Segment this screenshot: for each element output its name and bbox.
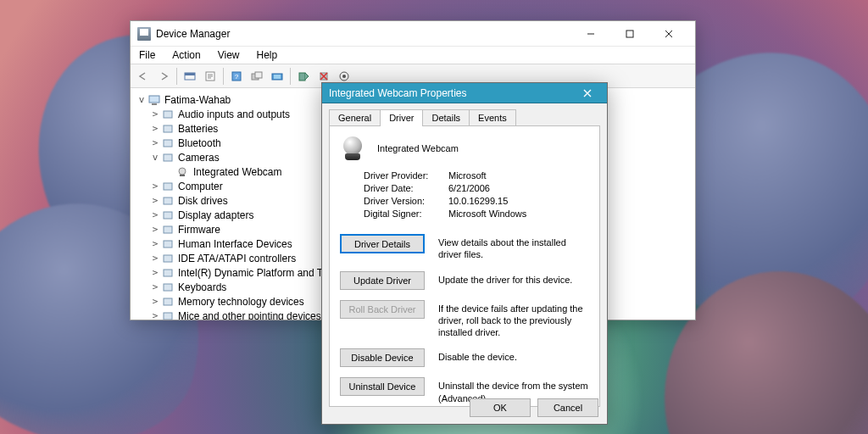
- help-button[interactable]: ?: [227, 67, 246, 86]
- update-driver-desc: Update the driver for this device.: [438, 271, 589, 286]
- menu-help[interactable]: Help: [253, 48, 281, 62]
- tree-item-label: Mice and other pointing devices: [178, 310, 321, 320]
- disable-device-desc: Disable the device.: [438, 348, 589, 363]
- menu-action[interactable]: Action: [169, 48, 203, 62]
- svg-rect-7: [255, 72, 262, 78]
- tab-details[interactable]: Details: [422, 109, 470, 126]
- webcam-icon: [176, 165, 190, 179]
- svg-rect-9: [274, 75, 281, 79]
- tree-item-label: Computer: [178, 181, 223, 192]
- tab-driver[interactable]: Driver: [380, 109, 423, 126]
- tree-item-label: Keyboards: [178, 281, 226, 293]
- driver-details-button[interactable]: Driver Details: [340, 234, 425, 253]
- date-value: 6/21/2006: [448, 183, 589, 193]
- svg-point-20: [179, 168, 186, 175]
- category-icon: [161, 295, 175, 309]
- category-icon: [161, 252, 175, 265]
- tree-item-label: Firmware: [178, 224, 220, 236]
- svg-text:?: ?: [235, 73, 239, 81]
- minimize-button[interactable]: [571, 21, 610, 47]
- svg-rect-23: [164, 198, 172, 204]
- update-driver-button[interactable]: Update Driver: [340, 271, 425, 290]
- tree-root-label: Fatima-Wahab: [164, 94, 231, 106]
- category-icon: [161, 108, 175, 121]
- computer-icon: [147, 93, 161, 107]
- category-icon: [161, 194, 175, 208]
- svg-rect-2: [185, 73, 195, 75]
- svg-rect-10: [299, 73, 305, 81]
- date-label: Driver Date:: [364, 183, 448, 193]
- uninstall-device-button[interactable]: Uninstall Device: [340, 377, 425, 396]
- tree-item-label: Bluetooth: [178, 137, 221, 149]
- tree-item-label: Audio inputs and outputs: [178, 108, 290, 120]
- provider-value: Microsoft: [448, 170, 589, 181]
- svg-rect-31: [164, 313, 172, 320]
- svg-rect-30: [164, 298, 172, 305]
- tree-item-label: Batteries: [178, 123, 218, 135]
- tree-item-label: IDE ATA/ATAPI controllers: [178, 253, 296, 264]
- disable-device-button[interactable]: Disable Device: [340, 348, 425, 367]
- webcam-icon: [340, 135, 367, 162]
- category-icon: [161, 266, 175, 280]
- device-name: Integrated Webcam: [377, 143, 459, 153]
- provider-label: Driver Provider:: [364, 170, 448, 181]
- dialog-titlebar[interactable]: Integrated Webcam Properties: [322, 83, 607, 103]
- tree-item-label: Display adapters: [178, 209, 253, 221]
- rollback-driver-button: Roll Back Driver: [340, 300, 425, 319]
- svg-rect-25: [164, 226, 172, 233]
- svg-rect-0: [626, 31, 633, 37]
- svg-point-13: [342, 75, 346, 78]
- tab-general[interactable]: General: [329, 109, 381, 126]
- cancel-button[interactable]: Cancel: [537, 398, 598, 417]
- driver-details-desc: View details about the installed driver …: [438, 234, 589, 261]
- rollback-driver-desc: If the device fails after updating the d…: [438, 300, 589, 339]
- tree-item-label: Integrated Webcam: [193, 166, 282, 178]
- scan-button[interactable]: [248, 67, 266, 86]
- svg-rect-21: [180, 175, 185, 176]
- update-driver-toolbar-button[interactable]: [268, 67, 287, 86]
- svg-rect-28: [164, 270, 172, 276]
- svg-rect-27: [164, 255, 172, 262]
- properties-dialog: Integrated Webcam Properties General Dri…: [321, 82, 608, 425]
- close-button[interactable]: [649, 21, 688, 47]
- show-hidden-button[interactable]: [181, 67, 199, 86]
- category-icon: [161, 209, 175, 222]
- forward-button[interactable]: [154, 67, 173, 86]
- svg-rect-18: [164, 140, 172, 147]
- properties-button[interactable]: [201, 67, 220, 86]
- maximize-button[interactable]: [610, 21, 649, 47]
- svg-rect-17: [164, 125, 172, 132]
- category-icon: [161, 223, 175, 236]
- menu-bar: File Action View Help: [131, 47, 695, 64]
- tree-item-label: Cameras: [178, 152, 220, 164]
- category-icon: [161, 237, 175, 251]
- category-icon: [161, 136, 175, 150]
- category-icon: [161, 122, 175, 136]
- signer-value: Microsoft Windows: [448, 209, 589, 219]
- svg-rect-19: [164, 154, 172, 161]
- tree-item-label: Disk drives: [178, 195, 228, 207]
- version-value: 10.0.16299.15: [448, 196, 589, 206]
- svg-rect-14: [149, 96, 159, 103]
- svg-rect-29: [164, 284, 172, 291]
- dialog-close-button[interactable]: [575, 84, 600, 103]
- window-title: Device Manager: [156, 28, 230, 40]
- tab-events[interactable]: Events: [469, 109, 516, 126]
- category-icon: [161, 180, 175, 193]
- svg-rect-24: [164, 212, 172, 219]
- signer-label: Digital Signer:: [364, 209, 448, 219]
- category-icon: [161, 281, 175, 294]
- tree-item-label: Human Interface Devices: [178, 238, 292, 250]
- version-label: Driver Version:: [364, 196, 448, 206]
- tab-panel-driver: Integrated Webcam Driver Provider:Micros…: [329, 125, 600, 407]
- ok-button[interactable]: OK: [470, 398, 531, 417]
- titlebar[interactable]: Device Manager: [131, 21, 695, 47]
- enable-device-button[interactable]: [294, 67, 313, 86]
- dialog-tabs: General Driver Details Events: [322, 103, 607, 125]
- svg-rect-22: [164, 183, 172, 190]
- category-icon: [161, 151, 175, 164]
- svg-rect-16: [164, 111, 172, 118]
- back-button[interactable]: [134, 67, 153, 86]
- menu-view[interactable]: View: [214, 48, 243, 62]
- menu-file[interactable]: File: [136, 48, 159, 62]
